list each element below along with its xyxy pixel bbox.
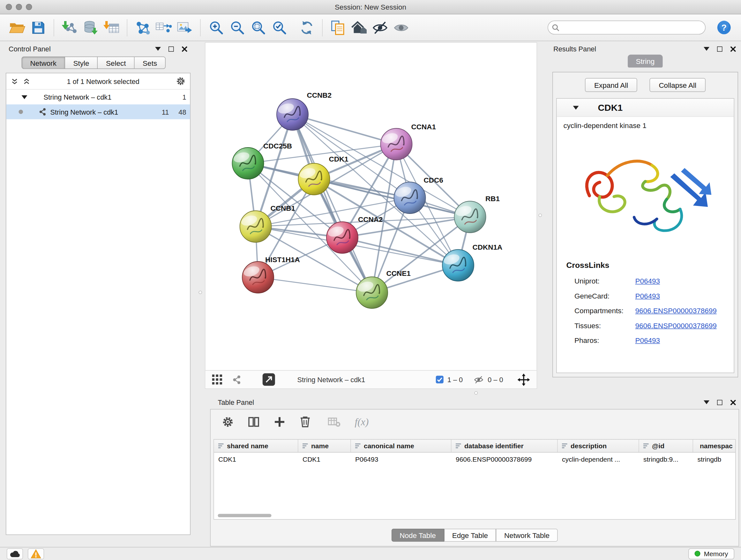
column-header-shared-name[interactable]: shared name xyxy=(214,440,298,452)
zoom-out-button[interactable] xyxy=(226,17,248,38)
zoom-fit-button[interactable] xyxy=(248,17,269,38)
function-builder-icon[interactable]: f(x) xyxy=(355,416,369,428)
network-edge-CCNB2-CCNE1[interactable] xyxy=(293,115,372,293)
column-header-canonical-name[interactable]: canonical name xyxy=(351,440,452,452)
network-edge-CCNB2-CCNA1[interactable] xyxy=(293,115,397,144)
cell-id[interactable]: stringdb:9... xyxy=(639,453,693,466)
grid-view-icon[interactable] xyxy=(212,374,222,385)
show-columns-icon[interactable] xyxy=(248,416,259,428)
selected-checkbox-icon[interactable] xyxy=(435,375,444,384)
right-splitter-grip[interactable] xyxy=(539,213,542,217)
crosslink-genecard-link[interactable]: P06493 xyxy=(635,292,660,300)
birds-eye-icon[interactable] xyxy=(232,375,241,384)
pan-crosshair-icon[interactable] xyxy=(518,373,530,386)
hide-selected-button[interactable] xyxy=(369,17,391,38)
column-header-database-identifier[interactable]: database identifier xyxy=(452,440,558,452)
import-network-file-button[interactable] xyxy=(59,17,80,38)
panel-collapse-icon[interactable] xyxy=(155,47,161,51)
network-node-CCNA1[interactable] xyxy=(381,128,412,160)
expand-all-icon[interactable] xyxy=(11,77,18,85)
hidden-eye-slash-icon[interactable] xyxy=(473,375,484,384)
panel-close-icon[interactable] xyxy=(730,46,737,52)
export-image-button[interactable] xyxy=(174,17,195,38)
panel-float-icon[interactable] xyxy=(717,400,723,405)
warnings-button[interactable] xyxy=(28,548,44,559)
crosslink-tissues-link[interactable]: 9606.ENSP00000378699 xyxy=(635,321,717,330)
tab-string[interactable]: String xyxy=(628,55,663,68)
annotation-button[interactable] xyxy=(327,17,348,38)
panel-float-icon[interactable] xyxy=(717,46,723,52)
panel-collapse-icon[interactable] xyxy=(704,47,710,51)
panel-float-icon[interactable] xyxy=(169,46,174,52)
maximize-window-button[interactable] xyxy=(26,4,32,10)
network-node-CCNB2[interactable] xyxy=(277,99,308,130)
network-node-CCNA2[interactable] xyxy=(327,222,358,253)
detach-view-icon[interactable] xyxy=(262,373,275,386)
cell-description[interactable]: cyclin-dependent ... xyxy=(558,453,639,466)
horizontal-splitter-grip[interactable] xyxy=(475,391,478,395)
save-session-button[interactable] xyxy=(28,17,49,38)
cell-database-identifier[interactable]: 9606.ENSP00000378699 xyxy=(452,453,558,466)
panel-close-icon[interactable] xyxy=(730,399,737,406)
gene-disclosure-icon[interactable] xyxy=(573,106,579,110)
network-node-CCNB1[interactable] xyxy=(240,211,272,242)
tab-network-table[interactable]: Network Table xyxy=(496,529,557,542)
left-splitter-grip[interactable] xyxy=(199,291,202,294)
cell-canonical-name[interactable]: P06493 xyxy=(351,453,452,466)
column-header-namespace[interactable]: namespac xyxy=(693,440,735,452)
apply-layout-button[interactable] xyxy=(296,17,318,38)
tab-network[interactable]: Network xyxy=(22,57,65,69)
collapse-all-button[interactable]: Collapse All xyxy=(650,78,705,92)
import-network-database-button[interactable] xyxy=(80,17,101,38)
add-column-icon[interactable] xyxy=(274,416,285,428)
network-collection-row[interactable]: String Network – cdk1 1 xyxy=(6,90,190,105)
horizontal-scrollbar-thumb[interactable] xyxy=(218,514,272,517)
table-settings-gear-icon[interactable] xyxy=(222,416,233,428)
cell-namespace[interactable]: stringdb xyxy=(693,453,735,466)
network-canvas[interactable]: CCNB2CCNA1CDC25BCDK1CDC6RB1CCNB1CCNA2CDK… xyxy=(205,43,537,370)
help-button[interactable]: ? xyxy=(713,17,734,38)
network-node-CDC25B[interactable] xyxy=(232,147,264,179)
cell-name[interactable]: CDK1 xyxy=(298,453,351,466)
zoom-selected-button[interactable] xyxy=(269,17,290,38)
expand-all-button[interactable]: Expand All xyxy=(585,78,637,92)
crosslink-pharos-link[interactable]: P06493 xyxy=(635,336,660,345)
gene-section-header[interactable]: CDK1 xyxy=(557,99,734,117)
import-table-button[interactable] xyxy=(101,17,122,38)
network-node-CCNE1[interactable] xyxy=(356,277,388,308)
network-node-CDC6[interactable] xyxy=(394,182,426,213)
zoom-in-button[interactable] xyxy=(205,17,226,38)
network-edge-HIST1H1A-CCNE1[interactable] xyxy=(258,277,372,293)
gear-icon[interactable] xyxy=(176,77,185,86)
network-node-HIST1H1A[interactable] xyxy=(242,261,274,293)
tab-node-table[interactable]: Node Table xyxy=(392,529,444,542)
close-window-button[interactable] xyxy=(6,4,12,10)
clear-table-icon[interactable] xyxy=(328,416,340,428)
tab-style[interactable]: Style xyxy=(65,57,98,69)
search-input[interactable] xyxy=(548,21,705,35)
open-session-button[interactable] xyxy=(7,17,28,38)
show-all-button[interactable] xyxy=(391,17,412,38)
cloud-status-button[interactable] xyxy=(7,548,23,559)
home-button[interactable] xyxy=(348,17,369,38)
network-node-CDKN1A[interactable] xyxy=(442,250,474,281)
column-header-name[interactable]: name xyxy=(298,440,351,452)
column-header-id[interactable]: @id xyxy=(639,440,693,452)
cell-shared-name[interactable]: CDK1 xyxy=(214,453,298,466)
tab-sets[interactable]: Sets xyxy=(135,57,166,69)
table-row[interactable]: CDK1 CDK1 P06493 9606.ENSP00000378699 cy… xyxy=(214,453,736,466)
tab-edge-table[interactable]: Edge Table xyxy=(444,529,496,542)
network-row-selected[interactable]: String Network – cdk1 11 48 xyxy=(6,105,190,119)
minimize-window-button[interactable] xyxy=(16,4,22,10)
new-network-button[interactable] xyxy=(132,17,153,38)
panel-close-icon[interactable] xyxy=(182,46,188,52)
network-node-CDK1[interactable] xyxy=(298,164,330,195)
memory-button[interactable]: Memory xyxy=(689,548,734,559)
panel-collapse-icon[interactable] xyxy=(704,400,710,404)
collection-disclosure-icon[interactable] xyxy=(22,95,27,99)
crosslink-compartments-link[interactable]: 9606.ENSP00000378699 xyxy=(635,307,717,315)
tab-select[interactable]: Select xyxy=(98,57,135,69)
network-from-table-button[interactable] xyxy=(153,17,174,38)
crosslink-uniprot-link[interactable]: P06493 xyxy=(635,277,660,285)
delete-column-icon[interactable] xyxy=(300,416,311,428)
